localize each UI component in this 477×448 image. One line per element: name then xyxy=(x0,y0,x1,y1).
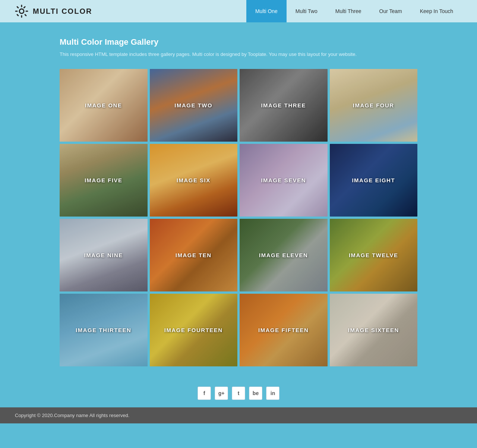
gallery-label-three: IMAGE THREE xyxy=(240,69,328,142)
site-header: MULTI COLOR Multi One Multi Two Multi Th… xyxy=(0,0,477,22)
nav-keep-in-touch[interactable]: Keep In Touch xyxy=(411,0,462,22)
gallery-label-nine: IMAGE NINE xyxy=(60,219,148,291)
gallery-item-twelve[interactable]: IMAGE TWELVE xyxy=(330,219,418,291)
gallery-item-fourteen[interactable]: IMAGE FOURTEEN xyxy=(150,294,238,366)
svg-point-0 xyxy=(19,9,24,13)
gallery-item-one[interactable]: IMAGE ONE xyxy=(60,69,148,142)
social-googleplus-button[interactable]: g+ xyxy=(215,387,228,400)
social-behance-button[interactable]: be xyxy=(249,387,262,400)
social-linkedin-button[interactable]: in xyxy=(266,387,279,400)
gallery-label-thirteen: IMAGE THIRTEEN xyxy=(60,294,148,366)
social-bar: fg+tbein xyxy=(0,378,477,407)
gallery-label-fourteen: IMAGE FOURTEEN xyxy=(150,294,238,366)
gear-icon xyxy=(15,4,28,18)
gallery-label-one: IMAGE ONE xyxy=(60,69,148,142)
gallery-label-seven: IMAGE SEVEN xyxy=(240,144,328,217)
gallery-label-fifteen: IMAGE FIFTEEN xyxy=(240,294,328,366)
gallery-label-twelve: IMAGE TWELVE xyxy=(330,219,418,291)
site-footer: Copyright © 2020.Company name All rights… xyxy=(0,407,477,423)
gallery-label-two: IMAGE TWO xyxy=(150,69,238,142)
gallery-description: This responsive HTML template includes t… xyxy=(60,51,417,59)
gallery-title: Multi Color Image Gallery xyxy=(60,37,417,47)
gallery-item-ten[interactable]: IMAGE TEN xyxy=(150,219,238,291)
gallery-item-six[interactable]: IMAGE SIX xyxy=(150,144,238,217)
social-twitter-button[interactable]: t xyxy=(232,387,245,400)
gallery-item-eleven[interactable]: IMAGE ELEVEN xyxy=(240,219,328,291)
logo-area: MULTI COLOR xyxy=(15,4,246,18)
gallery-label-eleven: IMAGE ELEVEN xyxy=(240,219,328,291)
nav-multi-two[interactable]: Multi Two xyxy=(287,0,326,22)
gallery-item-eight[interactable]: IMAGE EIGHT xyxy=(330,144,418,217)
gallery-item-sixteen[interactable]: IMAGE SIXTEEN xyxy=(330,294,418,366)
nav-multi-one[interactable]: Multi One xyxy=(246,0,287,22)
gallery-item-four[interactable]: IMAGE FOUR xyxy=(330,69,418,142)
gallery-grid: IMAGE ONEIMAGE TWOIMAGE THREEIMAGE FOURI… xyxy=(60,69,417,366)
gallery-item-fifteen[interactable]: IMAGE FIFTEEN xyxy=(240,294,328,366)
gallery-label-sixteen: IMAGE SIXTEEN xyxy=(330,294,418,366)
gallery-item-nine[interactable]: IMAGE NINE xyxy=(60,219,148,291)
main-nav: Multi One Multi Two Multi Three Our Team… xyxy=(246,0,462,22)
gallery-label-four: IMAGE FOUR xyxy=(330,69,418,142)
footer-text: Copyright © 2020.Company name All rights… xyxy=(15,413,129,418)
main-content: Multi Color Image Gallery This responsiv… xyxy=(52,22,425,378)
logo-text: MULTI COLOR xyxy=(33,7,92,16)
gallery-item-seven[interactable]: IMAGE SEVEN xyxy=(240,144,328,217)
gallery-label-six: IMAGE SIX xyxy=(150,144,238,217)
nav-our-team[interactable]: Our Team xyxy=(370,0,411,22)
gallery-item-five[interactable]: IMAGE FIVE xyxy=(60,144,148,217)
gallery-item-thirteen[interactable]: IMAGE THIRTEEN xyxy=(60,294,148,366)
gallery-label-eight: IMAGE EIGHT xyxy=(330,144,418,217)
gallery-item-three[interactable]: IMAGE THREE xyxy=(240,69,328,142)
social-facebook-button[interactable]: f xyxy=(198,387,211,400)
nav-multi-three[interactable]: Multi Three xyxy=(326,0,370,22)
gallery-label-five: IMAGE FIVE xyxy=(60,144,148,217)
gallery-item-two[interactable]: IMAGE TWO xyxy=(150,69,238,142)
gallery-label-ten: IMAGE TEN xyxy=(150,219,238,291)
